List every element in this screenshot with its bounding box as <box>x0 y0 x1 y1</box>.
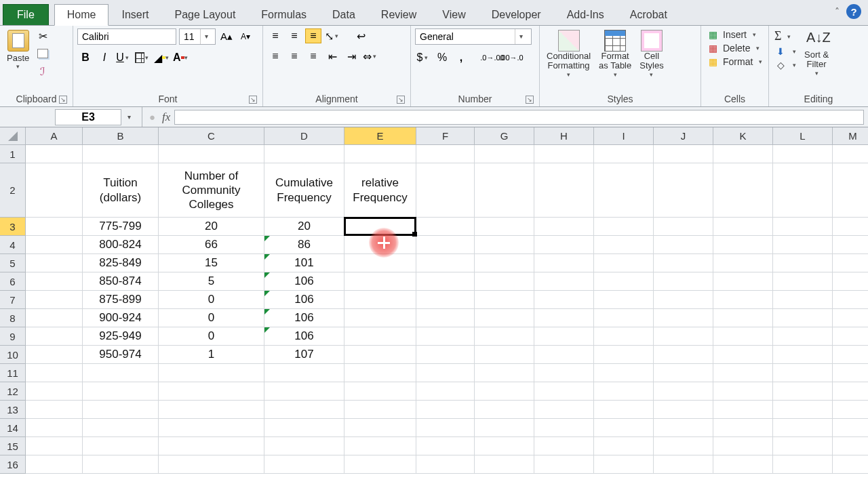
cell[interactable] <box>344 364 416 382</box>
col-header-M[interactable]: M <box>833 127 868 145</box>
cell[interactable]: 1 <box>159 346 264 364</box>
accounting-format-button[interactable]: $▾ <box>415 50 431 65</box>
row-header-13[interactable]: 13 <box>0 401 26 419</box>
cell[interactable] <box>594 346 654 364</box>
autosum-button[interactable]: Σ▾ <box>773 28 793 44</box>
tab-acrobat[interactable]: Acrobat <box>617 4 680 25</box>
bold-button[interactable]: B <box>77 50 94 65</box>
row-header-15[interactable]: 15 <box>0 437 26 455</box>
row-header-14[interactable]: 14 <box>0 419 26 437</box>
cell[interactable]: 800-824 <box>83 236 159 254</box>
cell[interactable] <box>713 218 773 236</box>
cell[interactable] <box>26 419 83 437</box>
file-tab[interactable]: File <box>3 4 49 25</box>
chevron-down-icon[interactable]: ▾ <box>515 29 527 44</box>
cell[interactable] <box>594 327 654 346</box>
fill-color-button[interactable]: ◢▾ <box>153 50 170 65</box>
cell[interactable] <box>713 401 773 419</box>
row-header-3[interactable]: 3 <box>0 218 26 236</box>
cell[interactable] <box>594 419 654 437</box>
cell[interactable] <box>264 401 344 419</box>
cell[interactable] <box>534 291 594 309</box>
cell[interactable] <box>416 163 475 218</box>
cell[interactable] <box>594 272 654 291</box>
cell[interactable]: 850-874 <box>83 272 159 291</box>
cell[interactable] <box>833 437 868 455</box>
col-header-D[interactable]: D <box>264 127 344 145</box>
cell[interactable] <box>833 382 868 401</box>
number-format-combo[interactable]: ▾ <box>415 28 532 45</box>
error-indicator-icon[interactable] <box>264 291 270 296</box>
tab-review[interactable]: Review <box>368 4 429 25</box>
col-header-C[interactable]: C <box>159 127 264 145</box>
cell[interactable] <box>713 254 773 272</box>
cell[interactable]: 825-849 <box>83 254 159 272</box>
cell[interactable] <box>344 327 416 346</box>
cell[interactable] <box>773 218 833 236</box>
cell[interactable] <box>416 346 475 364</box>
cell[interactable] <box>264 382 344 401</box>
cell[interactable]: 86 <box>264 236 344 254</box>
cell[interactable]: 5 <box>159 272 264 291</box>
comma-format-button[interactable]: , <box>453 50 469 65</box>
cut-button[interactable]: ✂ <box>35 28 51 43</box>
cell[interactable] <box>833 236 868 254</box>
insert-cells-button[interactable]: ▦Insert▾ <box>705 28 759 41</box>
tab-view[interactable]: View <box>429 4 478 25</box>
cell[interactable] <box>773 382 833 401</box>
cell[interactable] <box>416 327 475 346</box>
cell[interactable]: 66 <box>159 236 264 254</box>
cell[interactable]: 0 <box>159 327 264 346</box>
cell[interactable] <box>713 346 773 364</box>
cell[interactable] <box>773 401 833 419</box>
col-header-F[interactable]: F <box>416 127 475 145</box>
cell[interactable] <box>713 163 773 218</box>
format-cells-button[interactable]: ▦Format▾ <box>705 56 765 68</box>
cell[interactable] <box>26 455 83 474</box>
cell[interactable] <box>534 272 594 291</box>
cell[interactable] <box>416 382 475 401</box>
cell[interactable]: 15 <box>159 254 264 272</box>
cell[interactable] <box>344 419 416 437</box>
delete-cells-button[interactable]: ▦Delete▾ <box>705 42 762 54</box>
borders-button[interactable]: ▾ <box>134 50 151 65</box>
cell[interactable] <box>654 291 713 309</box>
cell[interactable] <box>833 163 868 218</box>
cell[interactable] <box>654 163 713 218</box>
tab-page-layout[interactable]: Page Layout <box>161 4 248 25</box>
cell[interactable] <box>654 309 713 327</box>
cell[interactable] <box>264 455 344 474</box>
align-top-button[interactable]: ≡ <box>267 28 283 43</box>
increase-decimal-button[interactable]: .0→.00 <box>484 50 500 65</box>
cancel-formula-icon[interactable]: ● <box>149 111 155 123</box>
cell[interactable] <box>773 455 833 474</box>
cell[interactable] <box>159 145 264 163</box>
cell[interactable] <box>159 455 264 474</box>
cell[interactable] <box>534 346 594 364</box>
cell[interactable] <box>713 419 773 437</box>
cell[interactable] <box>264 364 344 382</box>
cell[interactable] <box>594 291 654 309</box>
cell[interactable] <box>654 327 713 346</box>
cell[interactable] <box>833 455 868 474</box>
cell[interactable] <box>264 419 344 437</box>
cell[interactable] <box>833 291 868 309</box>
cell[interactable] <box>475 163 534 218</box>
cell[interactable] <box>594 401 654 419</box>
cell[interactable] <box>773 163 833 218</box>
cell[interactable] <box>713 455 773 474</box>
italic-button[interactable]: I <box>96 50 113 65</box>
cell[interactable] <box>594 437 654 455</box>
cell[interactable] <box>83 455 159 474</box>
cell[interactable] <box>654 236 713 254</box>
cell[interactable] <box>344 254 416 272</box>
cell[interactable] <box>713 437 773 455</box>
name-box-input[interactable] <box>56 110 121 125</box>
chevron-down-icon[interactable]: ▾ <box>200 29 212 44</box>
cell[interactable]: 950-974 <box>83 346 159 364</box>
cell[interactable] <box>26 309 83 327</box>
cell[interactable] <box>833 401 868 419</box>
col-header-G[interactable]: G <box>475 127 534 145</box>
cell[interactable] <box>833 145 868 163</box>
cell[interactable] <box>26 272 83 291</box>
